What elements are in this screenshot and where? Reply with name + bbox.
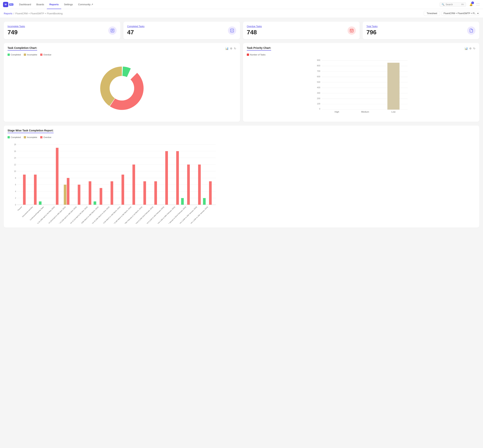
breadcrumb-root[interactable]: Reports xyxy=(4,12,12,15)
svg-text:Medium: Medium xyxy=(361,111,369,113)
svg-rect-71 xyxy=(78,184,80,205)
stat-completed-label[interactable]: Completed Tasks xyxy=(127,25,145,28)
legend-completed-dot xyxy=(8,54,10,56)
svg-rect-98 xyxy=(209,181,212,205)
stage-chart-container: 024681012141618PausedDocuments and files… xyxy=(8,141,475,224)
stat-total-value: 796 xyxy=(366,29,377,36)
stat-overdue-icon xyxy=(348,26,356,35)
svg-text:400: 400 xyxy=(317,86,320,89)
notification-button[interactable]: 🔔 2 xyxy=(468,2,474,7)
stat-overdue: Overdue Tasks 748 xyxy=(243,22,360,39)
nav-community[interactable]: Community ↗ xyxy=(75,0,96,9)
svg-rect-75 xyxy=(94,201,96,205)
legend-overdue-label: Overdue xyxy=(43,54,51,56)
pro-badge: Pro xyxy=(9,3,13,6)
nav-dashboard[interactable]: Dashboard xyxy=(16,0,34,9)
navbar: W Pro Dashboard Boards Reports Settings … xyxy=(0,0,483,9)
svg-rect-88 xyxy=(165,151,168,205)
notification-badge: 2 xyxy=(471,1,474,4)
stage-legend: Completed Incomplete Overdue xyxy=(8,136,475,138)
svg-text:18: 18 xyxy=(14,144,16,145)
svg-rect-62 xyxy=(34,175,37,205)
breadcrumb-actions: Timesheet FluentCRM + FluentSMTP + Fl...… xyxy=(424,11,479,16)
priority-chart-svg: 0 100 200 300 400 500 600 700 800 900 xyxy=(247,58,475,115)
breadcrumb-separator: / xyxy=(14,12,14,15)
task-completion-chart: Task Completion Chart: 📊 ⚙ ↻ Completed I… xyxy=(4,43,240,122)
stat-total-icon xyxy=(467,26,475,35)
svg-rect-86 xyxy=(154,181,157,205)
search-icon: 🔍 xyxy=(442,3,444,6)
stage-legend-overdue: Overdue xyxy=(40,136,51,138)
svg-text:Documents and files: Documents and files xyxy=(22,206,33,218)
chart-completion-header: Task Completion Chart: 📊 ⚙ ↻ xyxy=(8,46,236,50)
priority-gear-icon[interactable]: ⚙ xyxy=(469,47,472,50)
stat-completed-icon xyxy=(228,26,236,35)
chart-refresh-icon[interactable]: ↻ xyxy=(234,47,236,50)
svg-text:900: 900 xyxy=(317,59,320,61)
svg-text:300: 300 xyxy=(317,92,320,94)
stage-chart-card: Stage Wise Task Completion Report: Compl… xyxy=(4,126,479,228)
priority-refresh-icon[interactable]: ↻ xyxy=(473,47,475,50)
stat-incomplete-label[interactable]: Incomplete Tasks xyxy=(8,25,25,28)
svg-rect-5 xyxy=(350,29,353,32)
stat-total-content: Total Tasks 796 xyxy=(366,25,377,36)
stage-chart-title: Stage Wise Task Completion Report: xyxy=(8,129,54,133)
priority-legend: Number of Tasks xyxy=(247,54,475,56)
legend-overdue: Overdue xyxy=(40,54,51,56)
nav-boards[interactable]: Boards xyxy=(34,0,47,9)
svg-point-9 xyxy=(352,31,352,31)
svg-text:14: 14 xyxy=(14,157,16,159)
dropdown-chevron: ▾ xyxy=(477,12,478,15)
chart-bar-icon[interactable]: 📊 xyxy=(225,47,229,50)
project-dropdown[interactable]: FluentCRM + FluentSMTP + Fl... ▾ xyxy=(442,11,479,16)
main-content: Incomplete Tasks 749 Completed Tasks 47 xyxy=(0,18,483,235)
timesheet-button[interactable]: Timesheet xyxy=(424,11,440,16)
chart-priority-header: Task Priority Chart: 📊 ⚙ ↻ xyxy=(247,46,475,50)
logo-text: W xyxy=(5,3,7,6)
stage-legend-overdue-dot xyxy=(40,136,42,138)
svg-text:10: 10 xyxy=(14,170,16,172)
stat-overdue-label[interactable]: Overdue Tasks xyxy=(247,25,262,28)
stage-chart-svg: 024681012141618PausedDocuments and files… xyxy=(8,141,218,224)
svg-text:Sprint 1 (15th to 19th January: Sprint 1 (15th to 19th January, 2024) xyxy=(189,206,208,224)
svg-rect-38 xyxy=(387,63,399,110)
legend-completed: Completed xyxy=(8,54,21,56)
svg-rect-66 xyxy=(56,148,58,205)
stat-completed-content: Completed Tasks 47 xyxy=(127,25,145,36)
breadcrumb-path: FluentCRM + FluentSMTP + FluentBooking xyxy=(15,12,63,15)
stage-legend-incomplete-dot xyxy=(24,136,26,138)
svg-text:100: 100 xyxy=(317,103,320,105)
svg-text:600: 600 xyxy=(317,75,320,78)
stat-incomplete: Incomplete Tasks 749 xyxy=(4,22,120,39)
chart-priority-title: Task Priority Chart: xyxy=(247,46,271,50)
svg-rect-95 xyxy=(198,165,201,205)
svg-rect-90 xyxy=(176,151,179,205)
nav-settings[interactable]: Settings xyxy=(61,0,75,9)
svg-rect-80 xyxy=(122,175,124,205)
legend-num-tasks-dot xyxy=(247,54,249,56)
svg-text:800: 800 xyxy=(317,64,320,67)
task-priority-chart: Task Priority Chart: 📊 ⚙ ↻ Number of Tas… xyxy=(243,43,479,122)
legend-incomplete-label: Incomplete xyxy=(27,54,37,56)
svg-rect-69 xyxy=(67,178,69,205)
charts-row: Task Completion Chart: 📊 ⚙ ↻ Completed I… xyxy=(4,43,479,122)
stat-overdue-content: Overdue Tasks 748 xyxy=(247,25,262,36)
search-box[interactable]: 🔍 Search ⌘k xyxy=(440,2,466,7)
stage-legend-completed-label: Completed xyxy=(11,136,21,138)
stats-row: Incomplete Tasks 749 Completed Tasks 47 xyxy=(4,22,479,39)
stat-completed: Completed Tasks 47 xyxy=(123,22,240,39)
chart-priority-actions: 📊 ⚙ ↻ xyxy=(465,47,475,50)
svg-text:700: 700 xyxy=(317,70,320,72)
priority-bar-icon[interactable]: 📊 xyxy=(465,47,468,50)
stat-incomplete-icon xyxy=(108,26,117,35)
search-label: Search xyxy=(446,3,453,6)
stat-total-label[interactable]: Total Tasks xyxy=(366,25,377,28)
nav-reports[interactable]: Reports xyxy=(47,0,61,9)
expand-button[interactable]: ⛶ xyxy=(476,2,480,7)
svg-text:6: 6 xyxy=(15,184,16,186)
svg-rect-64 xyxy=(39,201,41,205)
stat-completed-value: 47 xyxy=(127,29,145,36)
svg-rect-82 xyxy=(132,165,135,205)
chart-gear-icon[interactable]: ⚙ xyxy=(230,47,232,50)
chart-completion-title: Task Completion Chart: xyxy=(8,46,37,50)
